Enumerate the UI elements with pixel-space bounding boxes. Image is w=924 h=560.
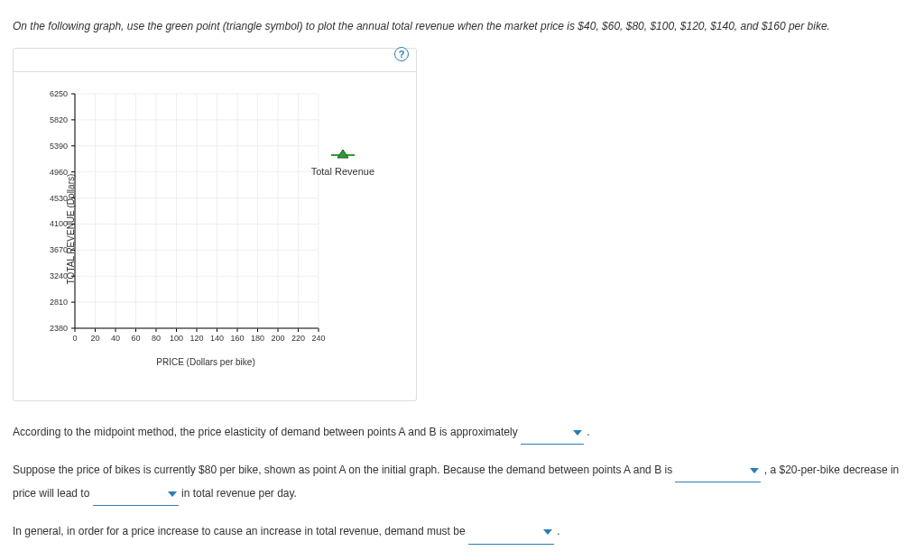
svg-text:0: 0 xyxy=(72,334,77,343)
question-general: In general, in order for a price increas… xyxy=(13,520,911,544)
elasticity-dropdown[interactable] xyxy=(521,421,584,445)
svg-text:240: 240 xyxy=(311,334,325,343)
question-elasticity: According to the midpoint method, the pr… xyxy=(13,421,911,445)
svg-text:2380: 2380 xyxy=(50,324,68,333)
svg-text:180: 180 xyxy=(251,334,264,343)
q3-post: . xyxy=(557,525,559,537)
svg-text:20: 20 xyxy=(90,334,99,343)
svg-text:160: 160 xyxy=(230,334,244,343)
chart-stage[interactable]: TOTAL REVENUE (Dollars) 0204060801001201… xyxy=(21,76,409,382)
demand-type-dropdown[interactable] xyxy=(675,459,761,482)
svg-text:220: 220 xyxy=(291,334,305,343)
y-axis-label: TOTAL REVENUE (Dollars) xyxy=(66,173,76,284)
svg-text:100: 100 xyxy=(170,334,183,343)
svg-text:5820: 5820 xyxy=(50,115,68,124)
q1-pre: According to the midpoint method, the pr… xyxy=(13,426,518,438)
q2-p3: in total revenue per day. xyxy=(181,487,297,500)
q1-post: . xyxy=(587,426,589,438)
general-demand-dropdown[interactable] xyxy=(468,520,554,544)
x-axis-label: PRICE (Dollars per bike) xyxy=(75,357,337,367)
legend[interactable]: Total Revenue xyxy=(311,148,374,177)
svg-text:60: 60 xyxy=(131,334,140,343)
svg-marker-72 xyxy=(337,150,348,158)
legend-label: Total Revenue xyxy=(311,166,374,177)
revenue-direction-dropdown[interactable] xyxy=(93,482,179,506)
svg-text:200: 200 xyxy=(271,334,284,343)
svg-text:120: 120 xyxy=(189,334,203,343)
svg-text:6250: 6250 xyxy=(50,89,68,98)
q3-pre: In general, in order for a price increas… xyxy=(13,525,466,537)
graph-panel: ? TOTAL REVENUE (Dollars) 02040608010012… xyxy=(13,48,417,401)
instruction-text: On the following graph, use the green po… xyxy=(13,16,911,37)
svg-text:140: 140 xyxy=(210,334,224,343)
help-icon[interactable]: ? xyxy=(394,47,409,61)
triangle-icon[interactable] xyxy=(331,148,355,161)
svg-text:2810: 2810 xyxy=(50,298,68,307)
svg-text:80: 80 xyxy=(152,334,161,343)
panel-topbar: ? xyxy=(14,54,416,72)
question-demand: Suppose the price of bikes is currently … xyxy=(13,459,911,506)
svg-text:5390: 5390 xyxy=(50,142,68,151)
svg-text:40: 40 xyxy=(111,334,120,343)
q2-p1: Suppose the price of bikes is currently … xyxy=(13,464,672,476)
